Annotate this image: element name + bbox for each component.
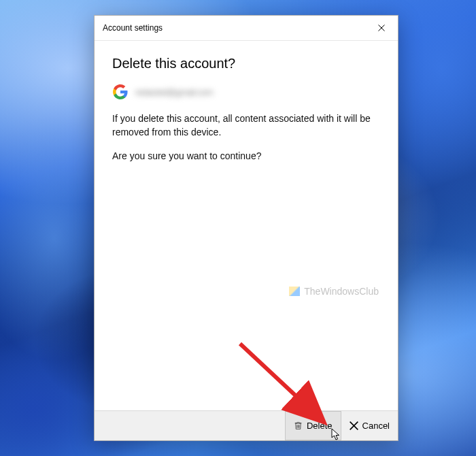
- dialog-titlebar: Account settings: [95, 16, 398, 41]
- account-row: redacted@gmail.com: [112, 84, 380, 100]
- close-button[interactable]: [369, 20, 394, 36]
- dialog-title: Account settings: [103, 23, 369, 33]
- delete-label: Delete: [307, 421, 333, 431]
- watermark-icon: [289, 287, 300, 296]
- delete-button[interactable]: Delete: [285, 411, 341, 440]
- dialog-footer: Delete Cancel: [95, 410, 398, 440]
- confirm-text: Are you sure you want to continue?: [112, 150, 380, 163]
- watermark-text: TheWindowsClub: [304, 286, 379, 297]
- close-icon: [378, 25, 385, 31]
- watermark: TheWindowsClub: [289, 286, 379, 297]
- account-settings-dialog: Account settings Delete this account? re…: [94, 15, 398, 441]
- account-email: redacted@gmail.com: [135, 87, 213, 97]
- dialog-content: Delete this account? redacted@gmail.com …: [95, 41, 398, 410]
- cancel-label: Cancel: [362, 421, 390, 431]
- trash-icon: [294, 421, 303, 430]
- cancel-button[interactable]: Cancel: [341, 411, 398, 440]
- google-icon: [112, 84, 129, 100]
- cancel-icon: [350, 421, 358, 430]
- warning-text: If you delete this account, all content …: [112, 112, 380, 139]
- dialog-heading: Delete this account?: [112, 56, 380, 71]
